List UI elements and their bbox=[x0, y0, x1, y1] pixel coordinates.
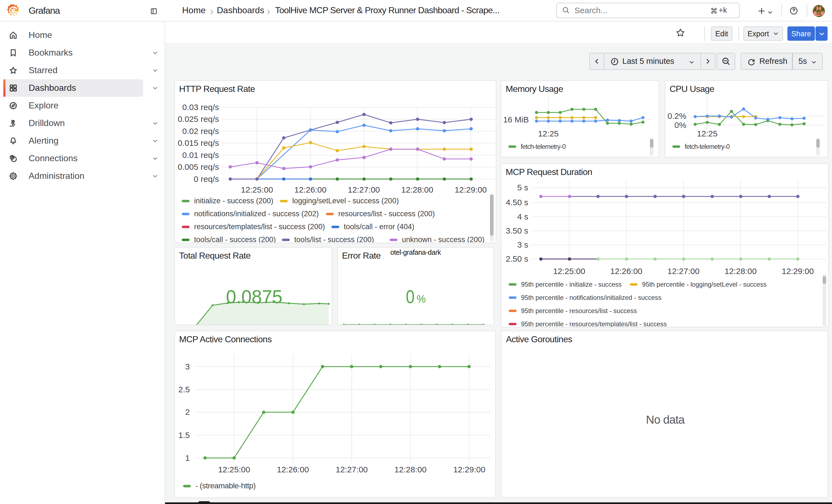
svg-text:12:28:00: 12:28:00 bbox=[401, 185, 433, 194]
svg-text:12:26:00: 12:26:00 bbox=[610, 267, 643, 276]
svg-text:12:25:00: 12:25:00 bbox=[553, 267, 585, 276]
svg-text:95th percentile - notification: 95th percentile - notifications/initiali… bbox=[521, 294, 661, 301]
svg-text:resources/templates/list - suc: resources/templates/list - success (200) bbox=[194, 222, 324, 231]
svg-text:tools/call - success (200): tools/call - success (200) bbox=[194, 235, 276, 243]
svg-text:12:25: 12:25 bbox=[697, 129, 717, 138]
svg-text:0.015 req/s: 0.015 req/s bbox=[178, 138, 219, 148]
svg-text:12:28:00: 12:28:00 bbox=[724, 267, 757, 276]
svg-text:4.50 s: 4.50 s bbox=[506, 198, 528, 207]
svg-text:2.5: 2.5 bbox=[178, 385, 189, 394]
svg-text:tools/call - error (404): tools/call - error (404) bbox=[343, 222, 414, 231]
svg-text:fetch-telemetry-0: fetch-telemetry-0 bbox=[521, 142, 566, 150]
svg-text:12:29:00: 12:29:00 bbox=[782, 267, 814, 276]
svg-text:0.0875: 0.0875 bbox=[226, 286, 282, 307]
svg-text:12:25:00: 12:25:00 bbox=[218, 465, 250, 474]
svg-text:3.50 s: 3.50 s bbox=[506, 226, 528, 235]
svg-text:0.01 req/s: 0.01 req/s bbox=[182, 150, 219, 159]
svg-text:0.025 req/s: 0.025 req/s bbox=[178, 114, 219, 124]
svg-text:0%: 0% bbox=[674, 120, 686, 129]
svg-text:12:25:00: 12:25:00 bbox=[241, 185, 273, 194]
svg-text:1.5: 1.5 bbox=[178, 430, 189, 440]
svg-text:12:27:00: 12:27:00 bbox=[347, 185, 380, 194]
svg-text:12:29:00: 12:29:00 bbox=[453, 465, 485, 474]
svg-text:%: % bbox=[416, 293, 426, 305]
svg-text:12:27:00: 12:27:00 bbox=[335, 465, 368, 474]
svg-text:initialize - success (200): initialize - success (200) bbox=[194, 196, 273, 205]
svg-text:12:27:00: 12:27:00 bbox=[668, 267, 700, 276]
svg-text:1: 1 bbox=[185, 453, 189, 462]
svg-text:2.50 s: 2.50 s bbox=[506, 254, 528, 263]
svg-text:0.03 req/s: 0.03 req/s bbox=[182, 102, 219, 111]
svg-text:95th percentile - resources/li: 95th percentile - resources/list - succe… bbox=[521, 307, 637, 314]
svg-text:0.02 req/s: 0.02 req/s bbox=[182, 126, 219, 135]
svg-text:12:26:00: 12:26:00 bbox=[277, 465, 309, 474]
svg-text:12:28:00: 12:28:00 bbox=[394, 465, 426, 474]
svg-text:2: 2 bbox=[185, 408, 189, 417]
svg-text:3 s: 3 s bbox=[517, 240, 528, 249]
svg-text:unknown - success (200): unknown - success (200) bbox=[402, 235, 484, 243]
svg-text:95th percentile - resources/te: 95th percentile - resources/templates/li… bbox=[521, 320, 667, 327]
svg-text:fetch-telemetry-0: fetch-telemetry-0 bbox=[684, 142, 730, 150]
svg-text:- (streamable-http): - (streamable-http) bbox=[195, 482, 255, 490]
svg-text:0: 0 bbox=[406, 286, 414, 307]
svg-text:95th percentile - logging/setL: 95th percentile - logging/setLevel - suc… bbox=[642, 281, 766, 288]
svg-text:resources/list - success (200): resources/list - success (200) bbox=[338, 209, 435, 218]
svg-text:12:25: 12:25 bbox=[538, 129, 558, 138]
svg-text:0.2%: 0.2% bbox=[668, 111, 686, 121]
svg-text:3: 3 bbox=[185, 362, 189, 371]
svg-text:12:29:00: 12:29:00 bbox=[454, 185, 487, 194]
svg-text:12:26:00: 12:26:00 bbox=[294, 185, 326, 194]
svg-text:0 req/s: 0 req/s bbox=[193, 174, 219, 183]
svg-text:4 s: 4 s bbox=[517, 212, 528, 221]
svg-text:16 MiB: 16 MiB bbox=[503, 115, 529, 124]
svg-text:tools/list - success (200): tools/list - success (200) bbox=[294, 235, 374, 243]
svg-text:logging/setLevel - success (20: logging/setLevel - success (200) bbox=[292, 196, 398, 205]
svg-text:5 s: 5 s bbox=[517, 183, 528, 192]
svg-text:95th percentile - initialize -: 95th percentile - initialize - success bbox=[521, 281, 622, 288]
svg-text:0.005 req/s: 0.005 req/s bbox=[178, 162, 219, 171]
svg-text:notifications/initialized - su: notifications/initialized - success (202… bbox=[194, 209, 318, 218]
